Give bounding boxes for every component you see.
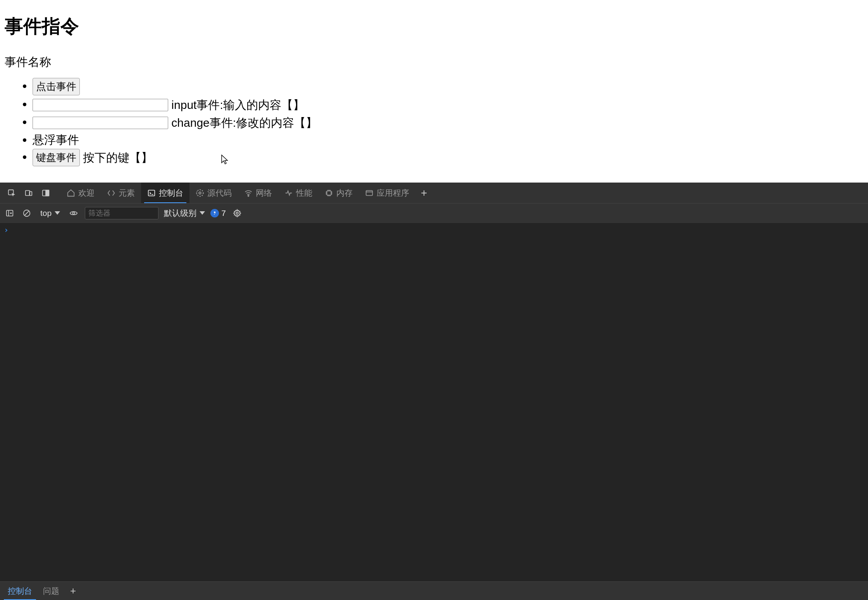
console-body[interactable]: ›: [0, 223, 868, 581]
drawer-tab-console[interactable]: 控制台: [2, 582, 38, 600]
tab-label: 应用程序: [377, 188, 409, 198]
tab-sources[interactable]: 源代码: [189, 183, 238, 203]
list-item: input事件:输入的内容【】: [33, 96, 863, 113]
console-prompt-icon: ›: [4, 225, 9, 234]
svg-point-13: [72, 212, 75, 214]
svg-rect-10: [366, 190, 373, 195]
toggle-sidebar-icon[interactable]: [4, 207, 16, 219]
tab-label: 网络: [256, 188, 272, 198]
list-item: 点击事件: [33, 78, 863, 95]
svg-point-6: [199, 192, 201, 194]
tab-label: 欢迎: [78, 188, 95, 198]
chevron-down-icon: [55, 211, 60, 215]
tab-network[interactable]: 网络: [238, 183, 278, 203]
change-event-input[interactable]: [33, 117, 168, 129]
devtools-tabs: 欢迎 元素 控制台 源代码 网络 性能 内存 应用程序 +: [0, 183, 868, 203]
tab-label: 源代码: [207, 188, 232, 198]
drawer-tab-label: 控制台: [8, 586, 32, 597]
drawer-tab-label: 问题: [43, 586, 59, 597]
devtools-panel: 欢迎 元素 控制台 源代码 网络 性能 内存 应用程序 +: [0, 183, 868, 600]
list-item: 键盘事件 按下的键【】: [33, 149, 863, 166]
tab-application[interactable]: 应用程序: [359, 183, 415, 203]
keyboard-event-suffix: 按下的键【】: [83, 151, 153, 164]
inspect-icon[interactable]: [3, 184, 20, 202]
info-dot-icon: [210, 209, 219, 217]
svg-point-7: [197, 190, 203, 196]
event-name-label: 事件名称: [5, 54, 863, 70]
dock-icon[interactable]: [37, 184, 54, 202]
click-event-button[interactable]: 点击事件: [33, 78, 80, 95]
list-item: 悬浮事件: [33, 132, 863, 148]
event-list: 点击事件 input事件:输入的内容【】 change事件:修改的内容【】 悬浮…: [5, 78, 863, 166]
input-event-input[interactable]: [33, 99, 168, 111]
console-toolbar: top 默认级别 7: [0, 203, 868, 223]
tab-console[interactable]: 控制台: [141, 183, 189, 203]
tab-welcome[interactable]: 欢迎: [60, 183, 101, 203]
page-title: 事件指令: [5, 14, 863, 39]
tab-performance[interactable]: 性能: [278, 183, 319, 203]
tab-label: 元素: [119, 188, 135, 198]
change-event-label: change事件:修改的内容【】: [171, 116, 317, 129]
live-expression-icon[interactable]: [68, 207, 79, 219]
tab-elements[interactable]: 元素: [101, 183, 141, 203]
tab-label: 控制台: [159, 188, 183, 198]
add-tab-button[interactable]: +: [415, 187, 432, 199]
context-select[interactable]: top: [38, 209, 62, 218]
list-item: change事件:修改的内容【】: [33, 114, 863, 131]
device-toggle-icon[interactable]: [20, 184, 37, 202]
tab-memory[interactable]: 内存: [319, 183, 359, 203]
drawer-tab-issues[interactable]: 问题: [38, 582, 65, 600]
svg-rect-4: [46, 190, 49, 196]
log-level-label: 默认级别: [164, 208, 196, 219]
chevron-down-icon: [200, 211, 205, 215]
keyboard-event-button[interactable]: 键盘事件: [33, 149, 80, 166]
tab-label: 性能: [296, 188, 312, 198]
console-settings-icon[interactable]: [231, 207, 243, 219]
hover-event-label: 悬浮事件: [33, 133, 79, 146]
svg-point-14: [236, 212, 238, 214]
devtools-drawer: 控制台 问题 +: [0, 581, 868, 600]
log-level-select[interactable]: 默认级别: [164, 208, 205, 219]
drawer-add-tab-button[interactable]: +: [65, 585, 81, 597]
filter-input[interactable]: [85, 207, 158, 219]
issues-badge[interactable]: 7: [210, 209, 226, 218]
tab-label: 内存: [336, 188, 353, 198]
clear-console-icon[interactable]: [21, 207, 33, 219]
input-event-label: input事件:输入的内容【】: [171, 98, 304, 111]
svg-point-8: [248, 195, 249, 197]
page-content: 事件指令 事件名称 点击事件 input事件:输入的内容【】 change事件:…: [0, 0, 868, 183]
issues-count: 7: [221, 209, 226, 218]
svg-rect-5: [148, 190, 155, 196]
svg-rect-9: [327, 191, 331, 195]
context-label: top: [40, 209, 52, 218]
